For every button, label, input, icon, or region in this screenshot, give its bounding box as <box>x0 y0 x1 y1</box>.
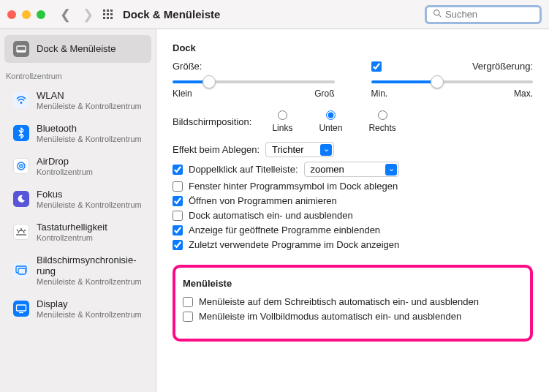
window-title: Dock & Menüleiste <box>123 8 220 20</box>
sidebar-item-label: Display <box>37 299 142 310</box>
sidebar-item-screen-mirroring[interactable]: Bildschirmsynchronisie­rungMenüleiste & … <box>4 249 151 292</box>
svg-rect-2 <box>110 10 113 12</box>
menubar-autohide-desktop-label: Menüleiste auf dem Schreibtisch automati… <box>199 296 479 307</box>
wifi-icon <box>13 92 29 108</box>
svg-line-10 <box>439 15 441 17</box>
search-field[interactable] <box>425 5 542 24</box>
doubleclick-label: Doppelklick auf Titelleiste: <box>189 164 298 175</box>
close-icon[interactable] <box>7 10 16 19</box>
back-button[interactable]: ❮ <box>57 7 74 23</box>
doubleclick-select[interactable]: zoomen <box>304 162 399 177</box>
animate-open-checkbox[interactable] <box>173 196 183 206</box>
svg-rect-6 <box>103 17 105 19</box>
position-left-label: Links <box>272 123 292 133</box>
position-right-label: Rechts <box>368 123 395 133</box>
position-bottom-label: Unten <box>319 123 342 133</box>
svg-rect-12 <box>17 50 26 53</box>
autohide-dock-label: Dock automatisch ein- und ausblenden <box>189 210 353 221</box>
svg-point-9 <box>434 10 439 15</box>
window-controls <box>7 10 45 19</box>
bluetooth-icon <box>13 125 29 141</box>
sidebar-item-focus[interactable]: FokusMenüleiste & Kontrollzentrum <box>4 184 151 215</box>
sidebar-item-label: Fokus <box>37 189 142 200</box>
sidebar: Dock & Menüleiste Kontrollzentrum WLANMe… <box>0 29 156 392</box>
menubar-heading: Menüleiste <box>183 278 523 289</box>
dock-heading: Dock <box>173 42 533 53</box>
sidebar-item-keyboard-brightness[interactable]: TastaturhelligkeitKontrollzentrum <box>4 216 151 248</box>
sidebar-item-label: AirDrop <box>37 157 93 167</box>
sidebar-item-sublabel: Menüleiste & Kontrollzentrum <box>37 200 142 209</box>
position-label: Bildschirmposition: <box>173 116 251 127</box>
svg-rect-20 <box>17 305 26 311</box>
search-icon <box>433 9 442 20</box>
display-icon <box>13 301 29 317</box>
show-indicators-label: Anzeige für geöffnete Programme einblend… <box>189 225 380 235</box>
sidebar-item-sublabel: Kontrollzentrum <box>37 167 93 176</box>
doubleclick-checkbox[interactable] <box>173 165 183 175</box>
svg-point-16 <box>20 166 22 167</box>
svg-rect-3 <box>103 13 105 15</box>
menubar-autohide-fullscreen-checkbox[interactable] <box>183 312 193 322</box>
sidebar-item-label: Bildschirmsynchronisie­rung <box>37 255 143 277</box>
effect-label: Effekt beim Ablegen: <box>173 144 260 155</box>
show-recent-checkbox[interactable] <box>173 240 183 250</box>
airdrop-icon <box>13 158 29 174</box>
svg-rect-4 <box>107 13 109 15</box>
svg-rect-5 <box>110 13 113 15</box>
show-recent-label: Zuletzt verwendete Programme im Dock anz… <box>189 239 399 250</box>
position-left[interactable]: Links <box>272 110 292 133</box>
size-max-label: Groß <box>314 88 334 99</box>
mag-min-label: Min. <box>371 88 388 99</box>
sidebar-item-display[interactable]: DisplayMenüleiste & Kontrollzentrum <box>4 293 151 325</box>
keyboard-brightness-icon <box>13 224 29 240</box>
size-slider[interactable] <box>173 80 335 83</box>
sidebar-item-sublabel: Menüleiste & Kontrollzentrum <box>37 135 142 143</box>
sidebar-item-sublabel: Menüleiste & Kontrollzentrum <box>37 102 142 110</box>
sidebar-item-wlan[interactable]: WLANMenüleiste & Kontrollzentrum <box>4 85 151 116</box>
magnification-slider[interactable] <box>371 80 534 83</box>
sidebar-item-dock-menubar[interactable]: Dock & Menüleiste <box>4 35 151 63</box>
sidebar-item-airdrop[interactable]: AirDropKontrollzentrum <box>4 151 151 182</box>
magnification-label: Vergrößerung: <box>472 61 533 72</box>
content-pane: Dock Größe: KleinGroß Vergrößerung: Min.… <box>156 29 549 392</box>
svg-point-13 <box>20 102 23 105</box>
size-min-label: Klein <box>173 88 192 99</box>
sidebar-item-label: Dock & Menüleiste <box>37 44 116 55</box>
autohide-dock-checkbox[interactable] <box>173 211 183 221</box>
svg-rect-8 <box>110 17 113 19</box>
screen-mirroring-icon <box>13 263 29 279</box>
mag-max-label: Max. <box>514 88 533 99</box>
svg-rect-0 <box>103 10 105 12</box>
minimize-icon[interactable] <box>22 10 31 19</box>
animate-open-label: Öffnen von Programmen animieren <box>189 195 337 206</box>
position-bottom[interactable]: Unten <box>319 110 342 133</box>
sidebar-section-header: Kontrollzentrum <box>0 64 156 83</box>
position-right[interactable]: Rechts <box>368 110 395 133</box>
sidebar-item-bluetooth[interactable]: BluetoothMenüleiste & Kontrollzentrum <box>4 118 151 149</box>
sidebar-item-label: Tastaturhelligkeit <box>37 222 107 233</box>
moon-icon <box>13 191 29 207</box>
minimize-into-icon-label: Fenster hinter Programmsymbol im Dock ab… <box>189 181 398 192</box>
size-label: Größe: <box>173 61 202 72</box>
sidebar-item-sublabel: Menüleiste & Kontrollzentrum <box>37 310 142 319</box>
show-indicators-checkbox[interactable] <box>173 225 183 235</box>
effect-select[interactable]: Trichter <box>265 142 334 157</box>
svg-rect-19 <box>18 268 26 274</box>
menubar-section-highlight: Menüleiste Menüleiste auf dem Schreibtis… <box>173 265 533 342</box>
menubar-autohide-fullscreen-label: Menüleiste im Vollbildmodus automatisch … <box>199 311 461 322</box>
svg-rect-7 <box>107 17 109 19</box>
sidebar-item-label: Bluetooth <box>37 124 142 135</box>
search-input[interactable] <box>445 9 534 20</box>
sidebar-item-sublabel: Kontrollzentrum <box>37 233 107 242</box>
menubar-autohide-desktop-checkbox[interactable] <box>183 297 193 307</box>
dock-menubar-icon <box>13 41 29 57</box>
forward-button[interactable]: ❯ <box>80 7 96 23</box>
sidebar-item-sublabel: Menüleiste & Kontrollzentrum <box>37 277 143 286</box>
minimize-into-icon-checkbox[interactable] <box>173 181 183 192</box>
show-all-button[interactable] <box>102 9 114 20</box>
svg-rect-1 <box>107 10 109 12</box>
magnification-checkbox[interactable] <box>371 61 382 72</box>
zoom-icon[interactable] <box>37 10 45 19</box>
titlebar: ❮ ❯ Dock & Menüleiste <box>0 0 549 29</box>
sidebar-item-label: WLAN <box>37 91 142 102</box>
